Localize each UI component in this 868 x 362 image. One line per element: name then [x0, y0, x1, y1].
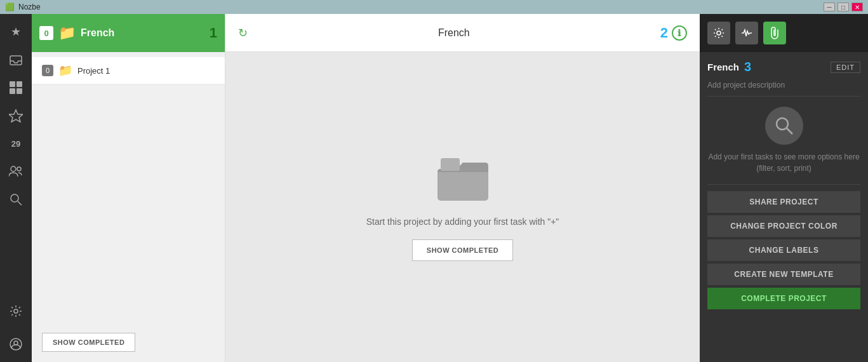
project-count-badge: 0 — [39, 26, 53, 40]
refresh-icon[interactable]: ↻ — [238, 26, 248, 40]
svg-point-6 — [11, 166, 16, 171]
svg-point-12 — [14, 341, 18, 345]
svg-line-17 — [787, 128, 792, 134]
step-number-3: 3 — [744, 60, 751, 74]
change-color-button[interactable]: CHANGE PROJECT COLOR — [707, 215, 860, 237]
right-panel-body: French 3 EDIT Add project description Ad… — [700, 52, 868, 362]
empty-folder-illustration — [434, 153, 491, 204]
sidebar-item-calendar[interactable]: 29 — [3, 131, 29, 156]
sidebar-item-settings[interactable] — [3, 298, 29, 324]
complete-project-button[interactable]: COMPLETE PROJECT — [707, 288, 860, 309]
item-count-badge: 0 — [42, 65, 53, 76]
window-controls[interactable]: ─ □ ✕ — [824, 3, 863, 11]
close-button[interactable]: ✕ — [851, 3, 863, 11]
step-number-1: 1 — [210, 25, 217, 41]
search-hint-text: Add your first tasks to see more options… — [707, 151, 860, 174]
right-panel-icons — [707, 22, 786, 44]
titlebar: 🟩 Nozbe ─ □ ✕ — [0, 0, 868, 14]
app-name: Nozbe — [18, 3, 41, 11]
info-icon-center: ℹ — [672, 25, 687, 41]
search-circle-icon — [765, 107, 803, 145]
edit-button[interactable]: EDIT — [831, 62, 860, 73]
project-panel-header: 0 📁 French 1 — [32, 14, 225, 52]
sidebar-item-team[interactable] — [3, 159, 29, 184]
right-panel-header — [700, 14, 868, 52]
svg-marker-5 — [9, 110, 23, 122]
sidebar-item-projects[interactable] — [3, 75, 29, 100]
svg-rect-3 — [10, 88, 15, 94]
svg-rect-14 — [441, 158, 460, 171]
svg-point-15 — [717, 31, 721, 35]
show-completed-bar: SHOW COMPLETED — [32, 323, 225, 362]
svg-point-8 — [11, 194, 18, 202]
svg-point-10 — [14, 309, 18, 313]
show-completed-button[interactable]: SHOW COMPLETED — [42, 333, 135, 352]
right-action-buttons: SHARE PROJECT CHANGE PROJECT COLOR CHANG… — [707, 191, 860, 309]
center-panel: ↻ French 2 ℹ Start this project by addin… — [225, 14, 700, 362]
right-project-title-row: French 3 EDIT — [707, 60, 860, 74]
item-name: Project 1 — [77, 66, 110, 76]
empty-state-message: Start this project by adding your first … — [366, 217, 559, 227]
create-template-button[interactable]: CREATE NEW TEMPLATE — [707, 264, 860, 285]
search-area: Add your first tasks to see more options… — [707, 96, 860, 185]
center-title: French — [438, 27, 470, 39]
sidebar-item-account[interactable] — [3, 332, 29, 357]
svg-rect-1 — [10, 81, 15, 87]
svg-line-9 — [18, 201, 22, 205]
project-description[interactable]: Add project description — [707, 81, 860, 90]
svg-point-16 — [777, 118, 788, 130]
right-panel: French 3 EDIT Add project description Ad… — [700, 14, 868, 362]
svg-rect-2 — [17, 81, 22, 87]
change-labels-button[interactable]: CHANGE LABELS — [707, 239, 860, 261]
item-folder-icon: 📁 — [58, 64, 72, 77]
center-show-completed-button[interactable]: SHOW COMPLETED — [412, 239, 513, 261]
app-logo: 🟩 — [5, 3, 15, 11]
right-project-name: French — [707, 62, 739, 72]
project-folder-icon: 📁 — [58, 25, 76, 41]
sidebar-item-search[interactable] — [3, 187, 29, 212]
share-project-button[interactable]: SHARE PROJECT — [707, 191, 860, 213]
project-panel-title: French — [81, 27, 204, 39]
paperclip-icon-button[interactable] — [763, 22, 786, 44]
svg-point-7 — [17, 167, 21, 171]
gear-icon-button[interactable] — [707, 22, 730, 44]
pulse-icon-button[interactable] — [735, 22, 758, 44]
sidebar-item-inbox[interactable] — [3, 47, 29, 72]
minimize-button[interactable]: ─ — [824, 3, 835, 11]
center-header: ↻ French 2 ℹ — [225, 14, 700, 52]
center-body: Start this project by adding your first … — [225, 52, 700, 362]
project-list: 0 📁 Project 1 — [32, 52, 225, 323]
icon-sidebar: ★ 29 — [0, 14, 32, 362]
maximize-button[interactable]: □ — [838, 3, 849, 11]
svg-rect-0 — [10, 56, 22, 65]
svg-rect-4 — [17, 88, 22, 94]
step-number-2-center: 2 — [660, 25, 668, 41]
svg-rect-13 — [437, 169, 488, 201]
sidebar-item-favorites[interactable]: ★ — [3, 19, 29, 44]
sidebar-item-priority[interactable] — [3, 103, 29, 128]
project-panel: 0 📁 French 1 0 📁 Project 1 SHOW COMPLETE… — [32, 14, 225, 362]
list-item[interactable]: 0 📁 Project 1 — [32, 57, 225, 84]
